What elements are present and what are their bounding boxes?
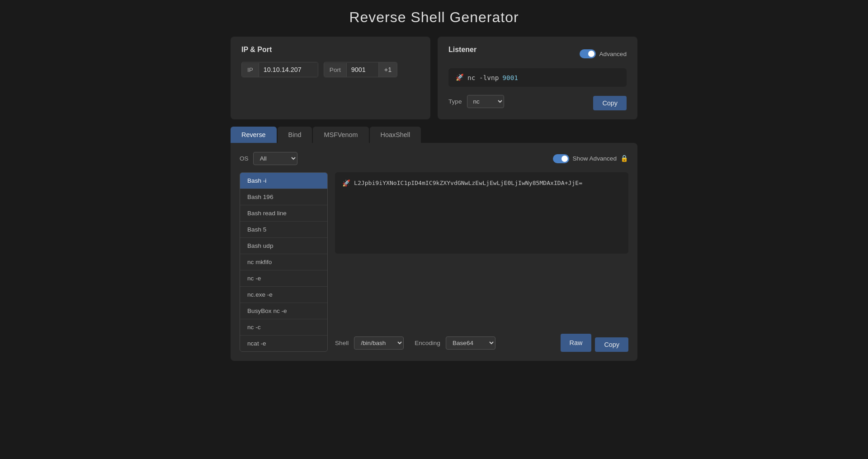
main-container: IP & Port IP Port +1 Listener (231, 37, 637, 361)
shell-content: Bash -i Bash 196 Bash read line Bash 5 B… (240, 172, 628, 352)
shell-item-nc-mkfifo[interactable]: nc mkfifo (240, 254, 327, 270)
listener-title: Listener (448, 46, 476, 54)
raw-button[interactable]: Raw (561, 334, 592, 352)
listener-panel: Listener Advanced 🚀 nc -lvnp 9001 Type n… (438, 37, 637, 119)
output-rocket-icon: 🚀 (342, 180, 350, 187)
type-row: Type nc ncat pwncat Copy (448, 92, 627, 110)
output-spacer (335, 259, 628, 325)
os-label: OS (240, 155, 249, 162)
os-row: OS All Linux Windows Mac (240, 152, 297, 165)
port-increment-button[interactable]: +1 (378, 62, 397, 77)
tab-bind[interactable]: Bind (278, 127, 312, 143)
shell-item-nc-exe-e[interactable]: nc.exe -e (240, 287, 327, 303)
output-text: L2Jpbi9iYXNoIC1pID4mIC9kZXYvdGNwLzEwLjEw… (354, 180, 582, 186)
port-input[interactable] (347, 62, 378, 77)
listener-copy-button[interactable]: Copy (593, 96, 627, 110)
show-advanced-label: Show Advanced (573, 155, 617, 162)
shell-item-ncat-e[interactable]: ncat -e (240, 336, 327, 351)
command-output: 🚀 L2Jpbi9iYXNoIC1pID4mIC9kZXYvdGNwLzEwLj… (335, 172, 628, 254)
cmd-port: 9001 (502, 74, 518, 81)
advanced-toggle[interactable] (580, 49, 596, 58)
ip-port-panel: IP & Port IP Port +1 (231, 37, 430, 119)
shell-item-nc-e[interactable]: nc -e (240, 270, 327, 287)
tab-msfvenom[interactable]: MSFVenom (313, 127, 368, 143)
encoding-label: Encoding (415, 340, 440, 346)
shell-item-nc-c[interactable]: nc -c (240, 319, 327, 336)
shell-select-label: Shell (335, 340, 349, 346)
shell-item-bash-udp[interactable]: Bash udp (240, 238, 327, 254)
ip-port-title: IP & Port (241, 46, 420, 54)
type-select[interactable]: nc ncat pwncat (467, 95, 504, 108)
show-advanced-row: Show Advanced 🔒 (553, 154, 629, 163)
bottom-right: Raw Copy (561, 334, 628, 352)
shell-list: Bash -i Bash 196 Bash read line Bash 5 B… (240, 172, 328, 352)
tabs-row: Reverse Bind MSFVenom HoaxShell (231, 127, 637, 143)
bottom-left: Shell /bin/bash /bin/sh powershell cmd E… (335, 336, 495, 350)
shell-item-bash-196[interactable]: Bash 196 (240, 189, 327, 205)
content-area: OS All Linux Windows Mac Show Advanced 🔒 (231, 143, 637, 361)
advanced-label: Advanced (599, 51, 627, 57)
shell-item-busybox-nc-e[interactable]: BusyBox nc -e (240, 303, 327, 319)
tab-reverse[interactable]: Reverse (231, 127, 277, 143)
bottom-bar: Shell /bin/bash /bin/sh powershell cmd E… (335, 334, 628, 352)
ip-label: IP (242, 63, 259, 77)
top-row: IP & Port IP Port +1 Listener (231, 37, 637, 119)
ip-input-group: IP (241, 62, 318, 77)
os-select[interactable]: All Linux Windows Mac (253, 152, 297, 165)
cmd-prefix: nc -lvnp (467, 74, 499, 81)
output-area: 🚀 L2Jpbi9iYXNoIC1pID4mIC9kZXYvdGNwLzEwLj… (335, 172, 628, 352)
lock-icon: 🔒 (620, 155, 628, 162)
shell-item-bash-i[interactable]: Bash -i (240, 173, 327, 189)
port-input-group: Port +1 (324, 62, 397, 77)
type-label: Type (448, 98, 462, 105)
output-copy-button[interactable]: Copy (595, 337, 628, 352)
tab-hoaxshell[interactable]: HoaxShell (370, 127, 421, 143)
page-title: Reverse Shell Generator (349, 9, 519, 26)
listener-command: 🚀 nc -lvnp 9001 (448, 68, 627, 87)
rocket-icon: 🚀 (456, 74, 464, 81)
listener-header: Listener Advanced (448, 46, 627, 62)
encoding-select[interactable]: Base64 None URL (446, 336, 495, 350)
ip-input[interactable] (259, 62, 318, 77)
show-advanced-toggle[interactable] (553, 154, 569, 163)
shell-item-bash-read-line[interactable]: Bash read line (240, 205, 327, 222)
port-label: Port (324, 63, 347, 77)
ip-port-row: IP Port +1 (241, 62, 420, 77)
shell-select[interactable]: /bin/bash /bin/sh powershell cmd (354, 336, 404, 350)
shell-item-bash-5[interactable]: Bash 5 (240, 222, 327, 238)
content-top-row: OS All Linux Windows Mac Show Advanced 🔒 (240, 152, 628, 165)
advanced-toggle-row: Advanced (580, 49, 627, 58)
